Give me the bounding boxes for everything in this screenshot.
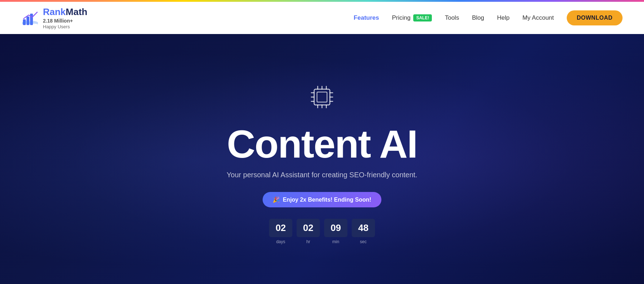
logo-name: RankMath (43, 6, 87, 18)
cpu-icon (308, 83, 336, 111)
hero-subtitle: Your personal AI Assistant for creating … (227, 171, 418, 179)
promo-emoji: 🎉 (273, 196, 280, 203)
hero-title: Content AI (227, 124, 417, 164)
promo-badge[interactable]: 🎉 Enjoy 2x Benefits! Ending Soon! (263, 192, 381, 207)
countdown-hours-value: 02 (297, 219, 320, 237)
nav-blog[interactable]: Blog (472, 14, 484, 21)
nav-tools[interactable]: Tools (445, 14, 459, 21)
countdown-days-label: days (276, 239, 285, 244)
countdown-seconds-value: 48 (352, 219, 375, 237)
download-button[interactable]: DOWNLOAD (567, 10, 623, 25)
logo-rank: Rank (43, 6, 66, 17)
logo-text: RankMath 2.18 Million+ Happy Users (43, 6, 87, 29)
nav-my-account[interactable]: My Account (522, 14, 554, 21)
users-label: Happy Users (43, 24, 87, 29)
nav-links: Features Pricing SALE! Tools Blog Help M… (354, 10, 623, 25)
logo-math: Math (66, 6, 88, 17)
countdown-minutes-label: min (332, 239, 339, 244)
countdown: 02 days 02 hr 09 min 48 sec (269, 219, 375, 244)
logo[interactable]: RankMath 2.18 Million+ Happy Users (21, 6, 87, 29)
countdown-minutes: 09 min (324, 219, 347, 244)
countdown-hours-label: hr (306, 239, 310, 244)
countdown-seconds-label: sec (360, 239, 367, 244)
countdown-minutes-value: 09 (324, 219, 347, 237)
navbar: RankMath 2.18 Million+ Happy Users Featu… (0, 2, 644, 34)
logo-users: 2.18 Million+ (43, 18, 87, 24)
nav-features[interactable]: Features (354, 14, 379, 21)
svg-rect-4 (317, 92, 327, 102)
pricing-group: Pricing SALE! (392, 14, 432, 21)
countdown-days-value: 02 (269, 219, 292, 237)
promo-text: Enjoy 2x Benefits! Ending Soon! (283, 197, 371, 203)
nav-help[interactable]: Help (497, 14, 509, 21)
countdown-seconds: 48 sec (352, 219, 375, 244)
logo-icon (21, 9, 39, 27)
users-count: 2.18 Million+ (43, 18, 73, 24)
countdown-hours: 02 hr (297, 219, 320, 244)
cpu-icon-container (308, 83, 336, 113)
nav-pricing[interactable]: Pricing (392, 14, 410, 21)
hero-section: Content AI Your personal AI Assistant fo… (0, 34, 644, 284)
countdown-days: 02 days (269, 219, 292, 244)
sale-badge: SALE! (413, 14, 432, 21)
svg-rect-3 (314, 89, 330, 105)
